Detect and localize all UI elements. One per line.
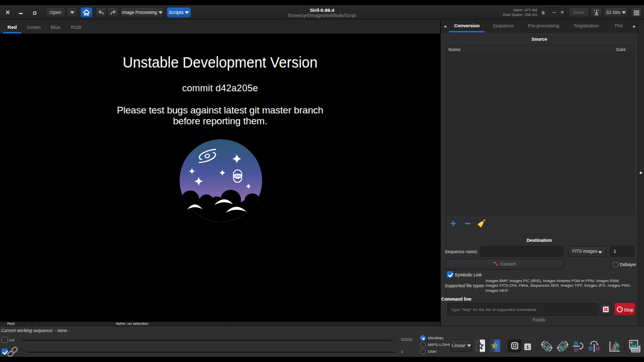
svg-text:R: R <box>574 340 578 347</box>
svg-text:R: R <box>595 345 600 352</box>
svg-text:R: R <box>589 345 593 352</box>
svg-text:R: R <box>574 347 578 353</box>
